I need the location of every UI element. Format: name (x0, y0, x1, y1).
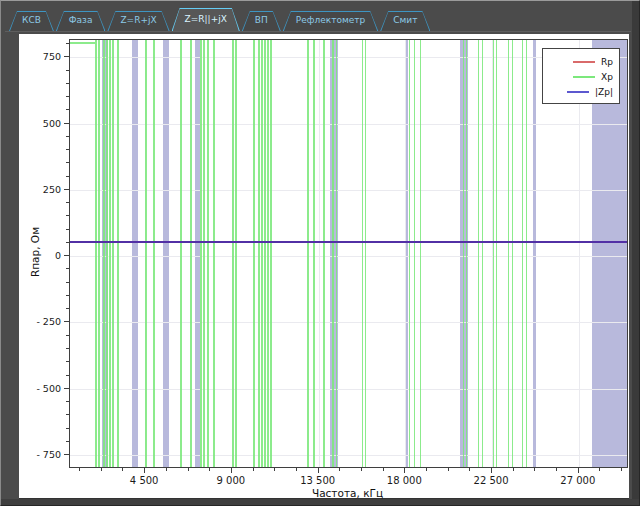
series-xp-pole (307, 40, 309, 467)
series-xp-pole (332, 40, 334, 467)
x-major-tick (404, 468, 405, 473)
y-tick-label: - 250 (27, 316, 61, 327)
y-minor-tick (66, 441, 69, 442)
x-minor-tick (383, 468, 384, 471)
tab-ksv[interactable]: КСВ (9, 11, 54, 31)
app-window: КСВФазаZ=R+jXZ=R||+jXВПРефлектометрСмит … (0, 0, 640, 506)
tab-label: Смит (380, 11, 430, 25)
series-xp-pole (190, 40, 192, 467)
series-xp-pole (103, 40, 105, 467)
y-minor-tick (66, 268, 69, 269)
series-xp-pole (112, 40, 114, 467)
tab-faza[interactable]: Фаза (56, 11, 106, 31)
series-xp-pole (264, 40, 266, 467)
tab-vp[interactable]: ВП (242, 11, 281, 31)
y-major-tick (64, 321, 69, 322)
x-major-tick (144, 468, 145, 473)
series-xp-pole (267, 40, 269, 467)
series-xp-pole (261, 40, 263, 467)
tab-label: ВП (242, 11, 281, 25)
x-minor-tick (621, 468, 622, 471)
x-minor-tick (469, 468, 470, 471)
band-highlight (163, 40, 169, 467)
y-major-tick (64, 189, 69, 190)
x-minor-tick (513, 468, 514, 471)
x-major-tick (578, 468, 579, 473)
y-minor-tick (66, 361, 69, 362)
series-xp-pole (414, 40, 416, 467)
y-tick-label: 250 (27, 183, 61, 194)
tab-reflectometer[interactable]: Рефлектометр (283, 11, 378, 31)
series-xp-pole (482, 40, 484, 467)
legend-entry: Rp (549, 54, 613, 69)
series-xp-pole (203, 40, 205, 467)
x-minor-tick (166, 468, 167, 471)
series-line-zp (70, 241, 627, 243)
y-minor-tick (66, 109, 69, 110)
series-xp-pole (526, 40, 528, 467)
series-xp-pole (270, 40, 272, 467)
series-xp-pole (522, 40, 524, 467)
y-tick-label: 0 (27, 250, 61, 261)
y-major-tick (64, 56, 69, 57)
x-tick-label: 4 500 (130, 475, 159, 486)
x-minor-tick (253, 468, 254, 471)
series-xp-pole (200, 40, 202, 467)
y-minor-tick (66, 414, 69, 415)
y-minor-tick (66, 348, 69, 349)
y-tick-label: 500 (27, 117, 61, 128)
y-minor-tick (66, 70, 69, 71)
y-minor-tick (66, 428, 69, 429)
y-minor-tick (66, 295, 69, 296)
x-axis-title: Частота, кГц (312, 487, 383, 499)
band-highlight (592, 40, 627, 467)
tab-label: Z=R+jX (107, 11, 169, 25)
y-minor-tick (66, 202, 69, 203)
legend-label: Xp (601, 72, 613, 82)
v-gridline (405, 40, 406, 467)
series-xp-pole (478, 40, 480, 467)
x-minor-tick (101, 468, 102, 471)
window-bottom-shade (1, 499, 639, 505)
x-minor-tick (339, 468, 340, 471)
x-minor-tick (534, 468, 535, 471)
x-major-tick (491, 468, 492, 473)
tab-smith[interactable]: Смит (380, 11, 430, 31)
tab-label: Z=R||+jX (172, 8, 240, 24)
x-minor-tick (209, 468, 210, 471)
x-tick-label: 18 000 (387, 475, 422, 486)
x-minor-tick (296, 468, 297, 471)
y-minor-tick (66, 162, 69, 163)
x-tick-label: 9 000 (217, 475, 246, 486)
window-right-shade (632, 1, 639, 505)
series-xp-clipped-top (70, 42, 95, 44)
y-tick-label: - 750 (27, 449, 61, 460)
y-major-tick (64, 123, 69, 124)
y-major-tick (64, 388, 69, 389)
series-xp-pole (258, 40, 260, 467)
series-xp-pole (313, 40, 315, 467)
series-xp-pole (106, 40, 108, 467)
series-xp-pole (253, 40, 255, 467)
x-minor-tick (599, 468, 600, 471)
tab-label: КСВ (9, 11, 54, 25)
x-major-tick (231, 468, 232, 473)
v-gridline (579, 40, 580, 467)
series-xp-pole (420, 40, 422, 467)
y-minor-tick (66, 96, 69, 97)
tab-bar: КСВФазаZ=R+jXZ=R||+jXВПРефлектометрСмит (5, 5, 631, 32)
series-xp-pole (180, 40, 182, 467)
tab-z-series[interactable]: Z=R+jX (107, 11, 169, 31)
chart-panel: Rпар, Ом RpXp|Zp| Частота, кГц 750500250… (19, 34, 629, 499)
series-xp-pole (508, 40, 510, 467)
plot-area[interactable]: RpXp|Zp| (69, 39, 628, 468)
v-gridline (319, 40, 320, 467)
x-minor-tick (188, 468, 189, 471)
y-tick-label: - 500 (27, 382, 61, 393)
tab-z-parallel[interactable]: Z=R||+jX (172, 8, 240, 31)
y-tick-label: 750 (27, 51, 61, 62)
x-tick-label: 13 500 (300, 475, 335, 486)
series-xp-pole (98, 40, 100, 467)
y-minor-tick (66, 149, 69, 150)
legend-label: Rp (601, 57, 613, 67)
